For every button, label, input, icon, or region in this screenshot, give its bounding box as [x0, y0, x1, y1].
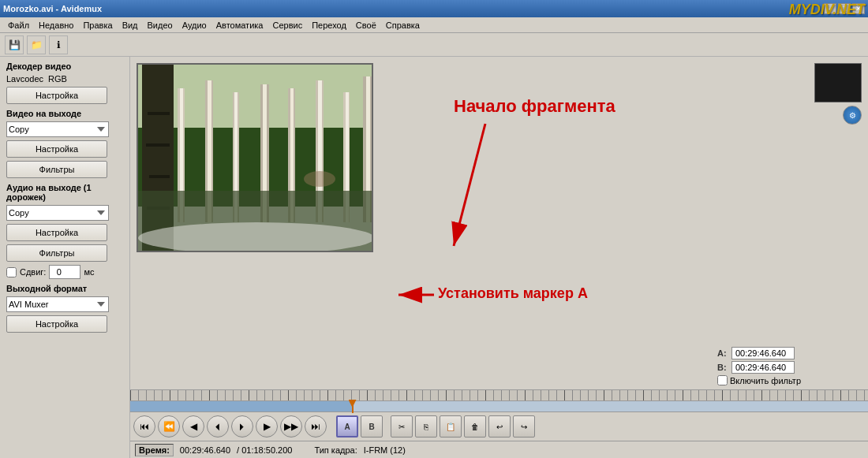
prev-frame-button[interactable]: ◀: [182, 415, 204, 438]
timecode-a-value: 00:29:46.640: [731, 347, 795, 359]
shift-unit: мс: [84, 267, 94, 277]
timeline-progress: [130, 401, 352, 411]
undo2-button[interactable]: ↪: [513, 415, 535, 438]
annotation-text-marker: Установить маркер А: [438, 285, 588, 302]
marker-a-button[interactable]: A: [336, 415, 358, 438]
filter-enable-checkbox[interactable]: [717, 375, 728, 385]
go-end-button[interactable]: ⏭: [305, 415, 327, 438]
timecode-panel: A: 00:29:46.640 B: 00:29:46.640 Включить…: [717, 347, 801, 385]
annotation-overlay: Начало фрагмента: [391, 80, 706, 317]
status-bar: Время: 00:29:46.640 / 01:18:50.200 Тип к…: [130, 441, 868, 458]
decoder-section-title: Декодер видео: [6, 61, 123, 71]
menu-recent[interactable]: Недавно: [34, 19, 78, 32]
right-mini-controls: ⚙: [843, 106, 862, 125]
menu-view[interactable]: Вид: [118, 19, 143, 32]
video-settings-button[interactable]: Настройка: [6, 140, 107, 158]
annotation-text-fragment: Начало фрагмента: [454, 96, 615, 117]
audio-settings-button[interactable]: Настройка: [6, 224, 107, 241]
info-toolbar-button[interactable]: ℹ: [49, 35, 68, 54]
controls-row: ⏮ ⏪ ◀ ⏴ ⏵ ▶ ▶▶ ⏭ A B ✂ ⎘ 📋 🗑 ↩ ↪: [130, 412, 868, 441]
menu-file[interactable]: Файл: [3, 19, 34, 32]
next-keyframe-button[interactable]: ⏵: [231, 415, 253, 438]
format-section-title: Выходной формат: [6, 284, 123, 293]
annotation-arrow-svg: [391, 80, 706, 317]
svg-point-27: [304, 171, 335, 187]
audio-output-select[interactable]: Copy: [6, 205, 109, 221]
menu-own[interactable]: Своё: [351, 19, 381, 32]
undo1-button[interactable]: ↩: [488, 415, 511, 438]
delete-button[interactable]: 🗑: [464, 415, 486, 438]
timeline-ruler: [130, 390, 868, 401]
save-toolbar-button[interactable]: 💾: [5, 35, 24, 54]
toolbar: 💾 📁 ℹ: [0, 33, 868, 57]
video-preview-svg: [138, 65, 373, 252]
main-layout: Декодер видео Lavcodec RGB Настройка Вид…: [0, 57, 868, 458]
open-toolbar-button[interactable]: 📁: [27, 35, 46, 54]
play-button[interactable]: ▶▶: [280, 415, 302, 438]
shift-label: Сдвиг:: [20, 267, 46, 277]
shift-row: Сдвиг: мс: [6, 265, 123, 279]
timeline-cursor[interactable]: [352, 400, 354, 413]
menu-help[interactable]: Справка: [381, 19, 425, 32]
video-preview: [137, 63, 373, 252]
timecode-b-row: B: 00:29:46.640: [717, 361, 801, 374]
menu-goto[interactable]: Переход: [307, 19, 351, 32]
shift-spinbox: [49, 265, 80, 279]
cut-button[interactable]: ✂: [391, 415, 413, 438]
ruler-major-marks: [130, 390, 868, 400]
timeline-section: ⏮ ⏪ ◀ ⏴ ⏵ ▶ ▶▶ ⏭ A B ✂ ⎘ 📋 🗑 ↩ ↪: [130, 389, 868, 441]
timeline-track[interactable]: [130, 401, 868, 412]
content-area: Начало фрагмента: [130, 57, 868, 458]
decoder-info-row: Lavcodec RGB: [6, 74, 123, 84]
timecode-b-label: B:: [717, 363, 728, 372]
video-filters-button[interactable]: Фильтры: [6, 161, 107, 178]
decoder-value: RGB: [48, 74, 67, 84]
marker-b-button[interactable]: B: [361, 415, 383, 438]
menu-service[interactable]: Сервис: [268, 19, 307, 32]
menu-audio[interactable]: Аудио: [178, 19, 211, 32]
left-panel: Декодер видео Lavcodec RGB Настройка Вид…: [0, 57, 130, 458]
decoder-label: Lavcodec: [6, 74, 43, 84]
format-settings-button[interactable]: Настройка: [6, 315, 107, 333]
filter-enable-label: Включить фильтр: [730, 376, 801, 385]
timecode-a-row: A: 00:29:46.640: [717, 347, 801, 359]
prev-keyframe-button[interactable]: ⏴: [207, 415, 229, 438]
timecode-a-label: A:: [717, 348, 728, 358]
go-start-button[interactable]: ⏮: [133, 415, 155, 438]
format-select[interactable]: AVI Muxer: [6, 296, 109, 312]
menu-bar: Файл Недавно Правка Вид Видео Аудио Авто…: [0, 17, 868, 33]
menu-auto[interactable]: Автоматика: [211, 19, 268, 32]
time-value: 00:29:46.640: [180, 445, 230, 455]
rewind-fast-button[interactable]: ⏪: [158, 415, 180, 438]
shift-checkbox[interactable]: [6, 267, 17, 277]
black-preview-thumbnail: [814, 63, 862, 102]
svg-rect-22: [146, 143, 170, 147]
menu-video[interactable]: Видео: [143, 19, 178, 32]
title-bar: Morozko.avi - Avidemux – □ ✕: [0, 0, 868, 17]
svg-rect-23: [149, 175, 170, 178]
copy-button[interactable]: ⎘: [415, 415, 437, 438]
frame-type-value: I-FRM (12): [364, 445, 406, 455]
total-time: / 01:18:50.200: [237, 445, 292, 455]
next-frame-button[interactable]: ▶: [256, 415, 278, 438]
svg-rect-21: [148, 112, 170, 115]
watermark: MYDIV.NET: [789, 2, 865, 18]
timecode-b-value: 00:29:46.640: [731, 361, 795, 374]
time-label: Время:: [135, 444, 174, 456]
filter-checkbox-row: Включить фильтр: [717, 375, 801, 385]
shift-input[interactable]: [49, 265, 80, 279]
decoder-settings-button[interactable]: Настройка: [6, 87, 107, 104]
window-title: Morozko.avi - Avidemux: [3, 4, 102, 13]
menu-edit[interactable]: Правка: [78, 19, 117, 32]
mini-icon-button[interactable]: ⚙: [843, 106, 862, 125]
svg-line-30: [454, 124, 485, 246]
video-output-section-title: Видео на выходе: [6, 109, 123, 118]
audio-filters-button[interactable]: Фильтры: [6, 244, 107, 262]
video-output-select[interactable]: Copy: [6, 121, 109, 137]
audio-output-section-title: Аудио на выходе (1 дорожек): [6, 183, 123, 202]
frame-type-label: Тип кадра:: [314, 445, 357, 455]
black-preview-container: [814, 63, 862, 102]
video-area: Начало фрагмента: [130, 57, 868, 389]
paste-button[interactable]: 📋: [440, 415, 462, 438]
